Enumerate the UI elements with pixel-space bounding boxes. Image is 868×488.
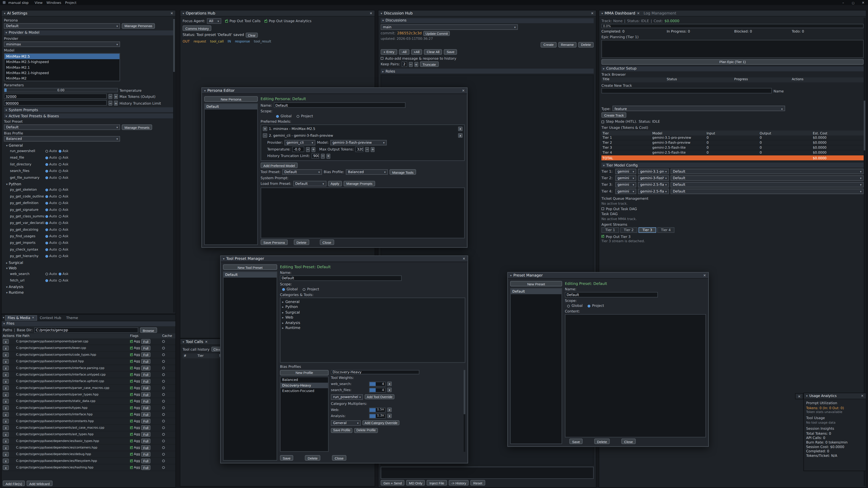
create-track-button[interactable]: Create Track (601, 112, 627, 118)
bias-profile-list-item[interactable]: Execution-Focused (281, 388, 328, 394)
menu-item[interactable]: Project (65, 0, 76, 4)
save-discussion-button[interactable]: Save (444, 49, 457, 55)
gen-send-button[interactable]: Gen + Send (381, 480, 405, 486)
remove-model-button[interactable]: x (458, 127, 463, 131)
full-button[interactable]: Full (141, 458, 151, 463)
collapse-icon[interactable] (381, 11, 382, 15)
cache-icon[interactable] (162, 433, 165, 436)
remove-multiplier-button[interactable]: x (387, 414, 392, 418)
remove-file-button[interactable]: x (3, 385, 9, 390)
cache-icon[interactable] (162, 446, 165, 449)
category-node[interactable]: General (282, 299, 463, 304)
full-button[interactable]: Full (141, 412, 151, 417)
agg-checkbox[interactable] (130, 400, 133, 402)
full-button[interactable]: Full (141, 339, 151, 344)
manage-presets-button[interactable]: Manage Presets (122, 125, 152, 130)
remove-file-button[interactable]: x (3, 352, 9, 357)
close-icon[interactable] (462, 89, 465, 93)
pop-out-usage-checkbox[interactable] (265, 20, 267, 22)
cache-icon[interactable] (162, 360, 165, 363)
cache-icon[interactable] (162, 466, 165, 469)
increment-button[interactable] (114, 101, 118, 105)
remove-file-button[interactable]: x (3, 432, 9, 437)
cache-icon[interactable] (162, 380, 165, 383)
message-composer-input[interactable] (381, 467, 594, 479)
save-profile-button[interactable]: Save Profile (331, 428, 352, 433)
agg-checkbox[interactable] (130, 440, 133, 442)
collapse-icon[interactable] (183, 11, 184, 15)
full-button[interactable]: Full (141, 365, 151, 370)
agg-checkbox[interactable] (130, 367, 133, 369)
provider-dropdown[interactable]: minimax (4, 41, 120, 47)
remove-file-button[interactable]: x (3, 419, 9, 424)
ask-radio[interactable] (59, 255, 61, 258)
close-icon[interactable] (861, 0, 866, 4)
tool-group-python[interactable]: Python (4, 182, 173, 187)
full-button[interactable]: Full (141, 346, 151, 351)
scope-project-radio[interactable] (303, 288, 305, 291)
minimize-icon[interactable] (841, 0, 846, 4)
tab-log-management[interactable]: Log Management (644, 11, 676, 15)
profile-name-input[interactable]: Discovery-Heavy (331, 370, 420, 375)
remove-file-button[interactable]: x (3, 399, 9, 404)
remove-multiplier-button[interactable]: x (387, 408, 392, 412)
close-icon[interactable] (637, 11, 640, 15)
decrement-button[interactable] (321, 153, 325, 158)
close-icon[interactable] (205, 339, 208, 344)
reset-button[interactable]: Reset (471, 480, 485, 486)
remove-file-button[interactable]: x (3, 452, 9, 457)
epic-planning-textarea[interactable] (601, 40, 864, 58)
agg-checkbox[interactable] (130, 380, 133, 383)
close-icon[interactable] (170, 11, 173, 15)
provider-model-section[interactable]: Provider & Model (4, 30, 173, 35)
auto-radio[interactable] (45, 176, 48, 179)
multiplier-drag-input[interactable]: 1.5x (369, 408, 385, 412)
category-override-dropdown[interactable]: General (331, 420, 361, 425)
ask-radio[interactable] (59, 176, 61, 179)
update-commit-button[interactable]: Update Commit (423, 31, 450, 36)
pm-max-output-input[interactable]: 32000 (355, 147, 364, 152)
cache-icon[interactable] (162, 393, 165, 396)
agg-checkbox[interactable] (130, 387, 133, 389)
collapse-icon[interactable] (601, 11, 603, 15)
ask-radio[interactable] (59, 150, 61, 152)
tool-group-analysis[interactable]: Analysis (4, 285, 173, 289)
model-option[interactable]: MiniMax-M2.5 (4, 53, 120, 59)
collapse-icon[interactable] (510, 273, 512, 278)
stream-tab[interactable]: Tier 4 (657, 227, 675, 233)
full-button[interactable]: Full (141, 392, 151, 397)
ask-radio[interactable] (59, 222, 61, 224)
close-icon[interactable] (32, 316, 34, 320)
auto-radio[interactable] (45, 272, 48, 275)
decrement-button[interactable] (306, 147, 310, 152)
cache-icon[interactable] (162, 426, 165, 429)
remove-file-button[interactable]: x (3, 438, 9, 444)
auto-radio[interactable] (45, 241, 48, 244)
tool-override-dropdown[interactable]: run_powershell (331, 394, 363, 399)
cache-icon[interactable] (162, 413, 165, 416)
model-option[interactable]: MiniMax-M2.1 (4, 64, 120, 70)
tool-group-web[interactable]: Web (4, 266, 173, 271)
scope-global-radio[interactable] (276, 115, 279, 118)
auto-radio[interactable] (45, 228, 48, 231)
remove-file-button[interactable]: x (3, 458, 9, 463)
auto-radio[interactable] (45, 235, 48, 237)
model-option[interactable]: MiniMax-M2 (4, 75, 120, 81)
cache-icon[interactable] (162, 387, 165, 389)
discussion-dropdown[interactable]: main (381, 24, 518, 30)
category-node[interactable]: Surgical (282, 310, 463, 315)
base-dir-input[interactable]: C:/projects/gencpp (34, 327, 138, 333)
collapse-icon[interactable] (3, 315, 4, 320)
full-button[interactable]: Full (141, 372, 151, 377)
scrollbar[interactable] (173, 18, 175, 313)
increment-button[interactable] (414, 62, 418, 67)
tier-model-dropdown[interactable]: gemini-3-flash-preview (638, 175, 669, 181)
tier-provider-dropdown[interactable]: gemini (615, 175, 636, 181)
tier-provider-dropdown[interactable]: gemini (615, 169, 636, 174)
collapse-icon[interactable] (223, 256, 224, 261)
ask-radio[interactable] (59, 235, 61, 237)
agg-checkbox[interactable] (130, 426, 133, 429)
detached-panel-close[interactable] (795, 393, 803, 399)
minus-all-button[interactable]: -All (399, 49, 409, 55)
category-node[interactable]: Runtime (282, 325, 463, 330)
